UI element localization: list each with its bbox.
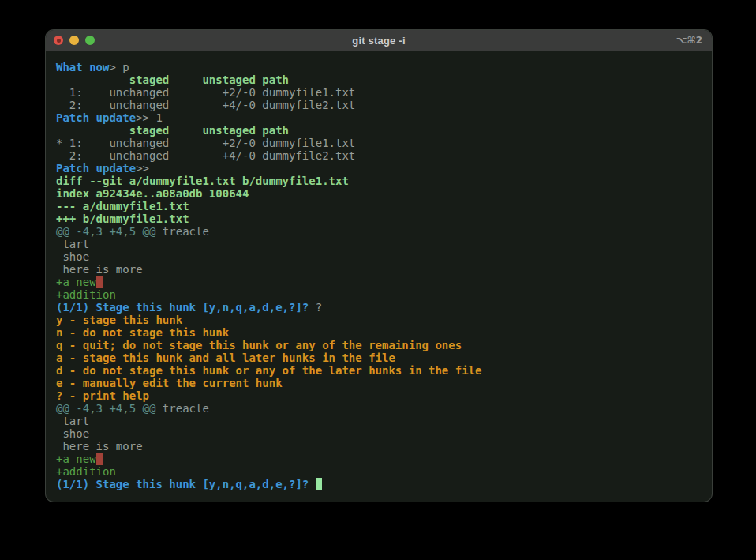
help-line: q - quit; do not stage this hunk or any …	[56, 339, 702, 351]
text-segment: (1/1) Stage this hunk [y,n,q,a,d,e,?]?	[56, 478, 316, 490]
text-segment: treacle	[155, 402, 208, 415]
text-segment: d - do not stage this hunk or any of the…	[56, 364, 481, 377]
text-segment: Patch update	[56, 162, 136, 175]
terminal-body[interactable]: What now> p staged unstaged path 1: unch…	[46, 51, 712, 498]
added-line: +addition	[56, 288, 702, 301]
titlebar[interactable]: git stage -i ⌥⌘2	[46, 30, 712, 51]
prompt-what-now: What now> p	[56, 61, 702, 73]
added-line: +a new	[56, 453, 702, 465]
help-line: n - do not stage this hunk	[56, 326, 702, 339]
context-line: tart	[56, 238, 702, 250]
text-segment: diff --git a/dummyfile1.txt b/dummyfile1…	[56, 175, 349, 187]
text-segment: * 1: unchanged +2/-0 dummyfile1.txt	[56, 137, 355, 149]
text-segment: index a92434e..a08a0db 100644	[56, 187, 249, 200]
text-segment: 2: unchanged +4/-0 dummyfile2.txt	[56, 99, 355, 111]
text-segment: >> 1	[136, 111, 163, 124]
file-list-header: staged unstaged path	[56, 124, 702, 137]
added-line: +addition	[56, 465, 702, 478]
context-line: shoe	[56, 427, 702, 440]
text-segment: +a new	[56, 276, 96, 288]
diff-new-file-line: +++ b/dummyfile1.txt	[56, 212, 702, 225]
text-segment: tart	[56, 415, 89, 427]
context-line: here is more	[56, 440, 702, 453]
stage-hunk-prompt: (1/1) Stage this hunk [y,n,q,a,d,e,?]?	[56, 478, 702, 490]
text-segment: shoe	[56, 427, 89, 440]
text-segment: +addition	[56, 465, 116, 478]
text-segment: (1/1) Stage this hunk [y,n,q,a,d,e,?]?	[56, 301, 316, 314]
block-cursor	[316, 478, 322, 490]
file-row: 2: unchanged +4/-0 dummyfile2.txt	[56, 149, 702, 162]
help-line: e - manually edit the current hunk	[56, 377, 702, 389]
text-segment: 2: unchanged +4/-0 dummyfile2.txt	[56, 149, 355, 162]
text-segment: ? - print help	[56, 389, 149, 402]
context-line: shoe	[56, 250, 702, 263]
text-segment: +a new	[56, 453, 96, 465]
help-line: d - do not stage this hunk or any of the…	[56, 364, 702, 377]
close-button[interactable]	[54, 36, 63, 45]
text-segment: q - quit; do not stage this hunk or any …	[56, 339, 462, 351]
stage-hunk-prompt: (1/1) Stage this hunk [y,n,q,a,d,e,?]? ?	[56, 301, 702, 314]
minimize-button[interactable]	[69, 36, 79, 45]
zoom-button[interactable]	[85, 36, 95, 45]
window-shortcut-badge: ⌥⌘2	[676, 30, 702, 51]
added-line: +a new	[56, 276, 702, 288]
context-line: tart	[56, 415, 702, 427]
text-segment: treacle	[155, 225, 208, 238]
hunk-header: @@ -4,3 +4,5 @@ treacle	[56, 402, 702, 415]
text-segment: here is more	[56, 440, 143, 453]
text-segment: y - stage this hunk	[56, 314, 182, 326]
traffic-lights	[54, 30, 95, 51]
text-segment: staged unstaged path	[56, 124, 289, 137]
prompt-patch-update: Patch update>> 1	[56, 111, 702, 124]
prompt-patch-update: Patch update>>	[56, 162, 702, 175]
diff-header-line: diff --git a/dummyfile1.txt b/dummyfile1…	[56, 175, 702, 187]
help-line: a - stage this hunk and all later hunks …	[56, 351, 702, 364]
text-segment: ?	[316, 301, 322, 314]
window-title: git stage -i	[352, 35, 405, 47]
text-segment: staged unstaged path	[56, 73, 289, 86]
hunk-header: @@ -4,3 +4,5 @@ treacle	[56, 225, 702, 238]
text-segment: > p	[109, 61, 129, 73]
text-segment: Patch update	[56, 111, 136, 124]
file-row-selected: * 1: unchanged +2/-0 dummyfile1.txt	[56, 137, 702, 149]
text-segment: +++ b/dummyfile1.txt	[56, 212, 189, 225]
trailing-whitespace-marker	[96, 276, 103, 288]
text-segment: a - stage this hunk and all later hunks …	[56, 351, 395, 364]
text-segment: --- a/dummyfile1.txt	[56, 200, 189, 212]
diff-old-file-line: --- a/dummyfile1.txt	[56, 200, 702, 212]
diff-index-line: index a92434e..a08a0db 100644	[56, 187, 702, 200]
text-segment: e - manually edit the current hunk	[56, 377, 283, 389]
text-segment: @@ -4,3 +4,5 @@	[56, 402, 155, 415]
text-segment: What now	[56, 61, 109, 73]
text-segment: shoe	[56, 250, 89, 263]
file-list-header: staged unstaged path	[56, 73, 702, 86]
help-line: ? - print help	[56, 389, 702, 402]
text-segment: >>	[136, 162, 149, 175]
text-segment: here is more	[56, 263, 143, 276]
text-segment: 1: unchanged +2/-0 dummyfile1.txt	[56, 86, 355, 99]
text-segment: tart	[56, 238, 89, 250]
terminal-window: git stage -i ⌥⌘2 What now> p staged unst…	[46, 30, 712, 502]
help-line: y - stage this hunk	[56, 314, 702, 326]
context-line: here is more	[56, 263, 702, 276]
file-row: 2: unchanged +4/-0 dummyfile2.txt	[56, 99, 702, 111]
trailing-whitespace-marker	[96, 453, 103, 465]
text-segment: n - do not stage this hunk	[56, 326, 229, 339]
text-segment: @@ -4,3 +4,5 @@	[56, 225, 155, 238]
text-segment: +addition	[56, 288, 116, 301]
file-row: 1: unchanged +2/-0 dummyfile1.txt	[56, 86, 702, 99]
